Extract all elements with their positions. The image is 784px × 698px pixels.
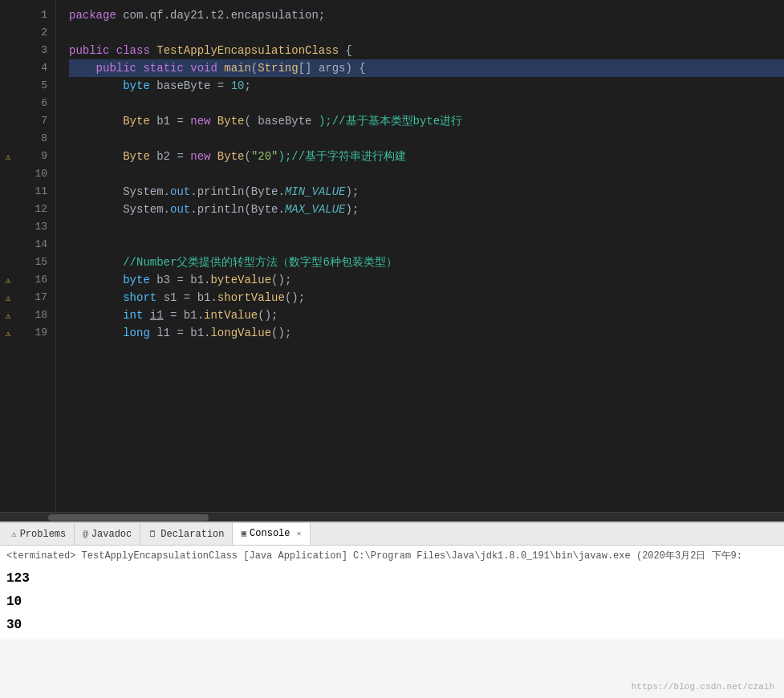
- gutter-icon-2: [0, 24, 16, 42]
- code-token: ();: [271, 324, 291, 342]
- code-line-2: [69, 24, 784, 42]
- code-token: //Number父类提供的转型方法（数字型6种包装类型）: [69, 254, 397, 271]
- code-line-9: Byte b2 = new Byte("20");//基于字符串进行构建: [69, 148, 784, 165]
- code-token: new: [190, 148, 217, 165]
- tab-console[interactable]: ▣Console✕: [233, 523, 310, 545]
- gutter-icon-8: [0, 130, 16, 148]
- code-token: );: [346, 201, 360, 218]
- code-line-6: [69, 95, 784, 112]
- gutter-icon-16: ⚠: [0, 271, 16, 289]
- code-token: .println(Byte.: [190, 183, 285, 201]
- code-token: =: [210, 77, 230, 95]
- code-token: long: [69, 324, 156, 342]
- code-content[interactable]: package com.qf.day21.t2.encapsulation; p…: [56, 0, 784, 512]
- gutter-icon-7: [0, 112, 16, 130]
- console-tab-icon: ▣: [241, 528, 246, 538]
- code-token: i1: [150, 306, 164, 324]
- code-editor[interactable]: ⚠⚠⚠⚠⚠ 12345678910111213141516171819 pack…: [0, 0, 784, 512]
- code-token: = b1.: [170, 271, 210, 289]
- code-token: b2: [156, 148, 170, 165]
- code-token: );//基于字符串进行构建: [278, 148, 406, 165]
- line-number-7: 7: [16, 112, 55, 130]
- code-line-15: //Number父类提供的转型方法（数字型6种包装类型）: [69, 254, 784, 271]
- line-number-8: 8: [16, 130, 55, 148]
- line-number-16: 16: [16, 271, 55, 289]
- gutter-icon-19: ⚠: [0, 324, 16, 342]
- line-number-4: 4: [16, 59, 55, 77]
- code-token: out: [170, 183, 190, 201]
- code-token: Byte: [217, 148, 245, 165]
- code-token: public: [69, 59, 143, 77]
- code-line-4: public static void main(String[] args) {: [69, 59, 784, 77]
- javadoc-tab-label: Javadoc: [91, 529, 132, 540]
- editor-scrollbar[interactable]: [0, 512, 784, 521]
- line-number-12: 12: [16, 201, 55, 218]
- tab-declaration[interactable]: 🗒Declaration: [140, 523, 233, 545]
- code-token: = b1.: [170, 324, 210, 342]
- console-tab-label: Console: [250, 528, 290, 539]
- tab-problems[interactable]: ⚠Problems: [3, 523, 75, 545]
- gutter-icon-10: [0, 165, 16, 183]
- code-token: package: [69, 6, 123, 24]
- code-token: ;: [244, 77, 250, 95]
- scrollbar-thumb[interactable]: [48, 514, 209, 521]
- code-token: int: [69, 306, 150, 324]
- code-token: (: [244, 112, 258, 130]
- code-line-16: byte b3 = b1.byteValue();: [69, 271, 784, 289]
- code-token: byteValue: [210, 271, 271, 289]
- gutter-icon-14: [0, 236, 16, 254]
- bottom-tabs[interactable]: ⚠Problems@Javadoc🗒Declaration▣Console✕: [0, 523, 784, 546]
- line-number-10: 10: [16, 165, 55, 183]
- code-token: l1: [156, 324, 170, 342]
- code-token: byte: [69, 271, 156, 289]
- gutter-icon-15: [0, 254, 16, 271]
- line-number-1: 1: [16, 6, 55, 24]
- code-token: );: [346, 183, 360, 201]
- code-token: longValue: [210, 324, 271, 342]
- code-token: s1: [164, 289, 177, 306]
- line-number-2: 2: [16, 24, 55, 42]
- gutter-icon-4: [0, 59, 16, 77]
- declaration-tab-label: Declaration: [160, 529, 224, 540]
- code-token: = b1.: [177, 289, 217, 306]
- tab-javadoc[interactable]: @Javadoc: [75, 523, 140, 545]
- code-token: Byte: [69, 148, 156, 165]
- gutter-icons: ⚠⚠⚠⚠⚠: [0, 0, 16, 512]
- code-token: Byte: [69, 112, 156, 130]
- code-token: new: [190, 112, 217, 130]
- code-token: (: [244, 148, 250, 165]
- code-token: ();: [271, 271, 291, 289]
- code-token: class: [116, 42, 156, 59]
- code-line-17: short s1 = b1.shortValue();: [69, 289, 784, 306]
- line-number-9: 9: [16, 148, 55, 165]
- code-token: =: [170, 148, 190, 165]
- code-line-7: Byte b1 = new Byte( baseByte );//基于基本类型b…: [69, 112, 784, 130]
- console-content[interactable]: <terminated> TestApplyEncapsulationClass…: [0, 546, 784, 639]
- gutter-icon-13: [0, 218, 16, 236]
- declaration-tab-icon: 🗒: [148, 529, 157, 539]
- console-output-line-0: 123: [6, 567, 778, 590]
- line-number-11: 11: [16, 183, 55, 201]
- gutter-icon-17: ⚠: [0, 289, 16, 306]
- code-token: main: [224, 59, 251, 77]
- gutter-icon-9: ⚠: [0, 148, 16, 165]
- problems-tab-label: Problems: [20, 529, 67, 540]
- code-token: static: [143, 59, 190, 77]
- watermark: https://blog.csdn.net/czaih: [632, 682, 774, 692]
- gutter-icon-18: ⚠: [0, 306, 16, 324]
- code-token: public: [69, 42, 116, 59]
- console-tab-close[interactable]: ✕: [297, 529, 302, 538]
- code-line-11: System.out.println(Byte.MIN_VALUE);: [69, 183, 784, 201]
- code-token: "20": [251, 148, 278, 165]
- bottom-panel: ⚠Problems@Javadoc🗒Declaration▣Console✕ <…: [0, 521, 784, 698]
- code-token: 10: [231, 77, 245, 95]
- code-token: out: [170, 201, 190, 218]
- code-line-3: public class TestApplyEncapsulationClass…: [69, 42, 784, 59]
- code-line-14: [69, 236, 784, 254]
- code-token: TestApplyEncapsulationClass: [156, 42, 339, 59]
- code-token: shortValue: [217, 289, 285, 306]
- code-line-18: int i1 = b1.intValue();: [69, 306, 784, 324]
- code-token: b1: [156, 112, 170, 130]
- line-number-13: 13: [16, 218, 55, 236]
- line-number-6: 6: [16, 95, 55, 112]
